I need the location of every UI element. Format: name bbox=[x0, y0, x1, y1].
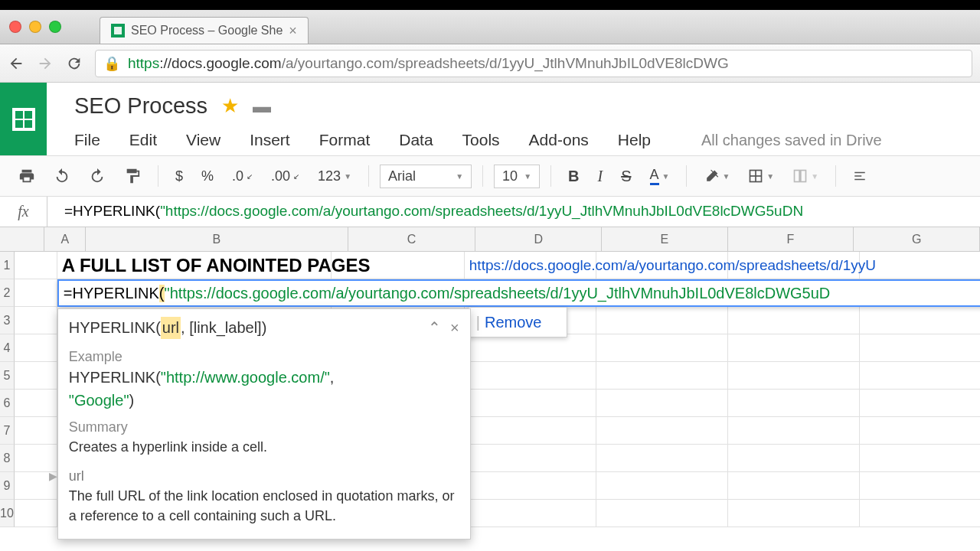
address-bar[interactable]: 🔒 https://docs.google.com/a/yourtango.co… bbox=[95, 50, 972, 77]
cell-A1[interactable] bbox=[15, 252, 57, 279]
folder-icon[interactable]: ▬ bbox=[253, 96, 271, 117]
cell-D8[interactable] bbox=[465, 445, 596, 472]
row-header-7[interactable]: 7 bbox=[0, 417, 15, 445]
cell-D5[interactable] bbox=[465, 362, 596, 390]
cell-A3[interactable] bbox=[15, 307, 57, 334]
zoom-window-button[interactable] bbox=[49, 21, 61, 33]
cell-E9[interactable] bbox=[596, 472, 728, 500]
star-icon[interactable]: ★ bbox=[221, 94, 239, 118]
cell-F8[interactable] bbox=[728, 445, 860, 472]
cell-F9[interactable] bbox=[728, 472, 860, 500]
print-button[interactable] bbox=[12, 165, 41, 187]
menu-file[interactable]: File bbox=[74, 131, 100, 149]
menu-view[interactable]: View bbox=[186, 131, 220, 149]
menu-insert[interactable]: Insert bbox=[250, 131, 290, 149]
cell-E5[interactable] bbox=[596, 362, 728, 390]
close-hint-icon[interactable]: × bbox=[450, 317, 459, 339]
cell-E10[interactable] bbox=[596, 500, 728, 527]
italic-button[interactable]: I bbox=[591, 165, 609, 188]
format-percent-button[interactable]: % bbox=[195, 165, 220, 187]
menu-data[interactable]: Data bbox=[399, 131, 433, 149]
cell-D9[interactable] bbox=[465, 472, 596, 500]
font-size-select[interactable]: 10▼ bbox=[494, 165, 540, 188]
cell-F10[interactable] bbox=[728, 500, 860, 527]
cell-B1[interactable]: A FULL LIST OF ANOINTED PAGES bbox=[57, 252, 332, 279]
cell-F4[interactable] bbox=[728, 334, 860, 362]
cell-F5[interactable] bbox=[728, 362, 860, 390]
minimize-window-button[interactable] bbox=[29, 21, 41, 33]
cell-G4[interactable] bbox=[860, 334, 980, 362]
redo-button[interactable] bbox=[83, 165, 112, 187]
row-header-1[interactable]: 1 bbox=[0, 252, 15, 279]
cell-D4[interactable] bbox=[465, 334, 596, 362]
back-button[interactable] bbox=[8, 55, 24, 72]
cell-G3[interactable] bbox=[860, 307, 980, 334]
cell-A2[interactable] bbox=[15, 279, 57, 307]
cell-G5[interactable] bbox=[860, 362, 980, 390]
cell-D7[interactable] bbox=[465, 417, 596, 445]
cell-A7[interactable] bbox=[15, 417, 57, 445]
select-all-corner[interactable] bbox=[0, 227, 44, 251]
cell-A10[interactable] bbox=[15, 500, 57, 527]
row-header-10[interactable]: 10 bbox=[0, 500, 15, 527]
cell-D1[interactable]: https://docs.google.com/a/yourtango.com/… bbox=[465, 252, 596, 279]
reload-button[interactable] bbox=[66, 55, 83, 72]
close-window-button[interactable] bbox=[9, 21, 21, 33]
menu-tools[interactable]: Tools bbox=[462, 131, 500, 149]
menu-help[interactable]: Help bbox=[618, 131, 651, 149]
format-currency-button[interactable]: $ bbox=[169, 165, 189, 187]
borders-button[interactable]: ▼ bbox=[742, 165, 780, 187]
menu-format[interactable]: Format bbox=[319, 131, 371, 149]
sheets-logo-icon[interactable] bbox=[0, 83, 47, 155]
cell-G9[interactable] bbox=[860, 472, 980, 500]
cell-A6[interactable] bbox=[15, 390, 57, 417]
collapse-hint-icon[interactable]: ⌃ bbox=[428, 317, 441, 339]
menu-edit[interactable]: Edit bbox=[129, 131, 157, 149]
cell-G1[interactable] bbox=[860, 252, 980, 279]
col-header-B[interactable]: B bbox=[86, 227, 348, 251]
increase-decimals-button[interactable]: .00↙ bbox=[265, 165, 305, 187]
expand-hint-icon[interactable]: ▶ bbox=[49, 468, 57, 484]
menu-addons[interactable]: Add-ons bbox=[529, 131, 589, 149]
tab-close-icon[interactable]: × bbox=[289, 24, 297, 37]
cell-F6[interactable] bbox=[728, 390, 860, 417]
formula-input[interactable]: =HYPERLINK("https://docs.google.com/a/yo… bbox=[47, 203, 980, 220]
cell-E8[interactable] bbox=[596, 445, 728, 472]
cell-F7[interactable] bbox=[728, 417, 860, 445]
cell-E6[interactable] bbox=[596, 390, 728, 417]
strikethrough-button[interactable]: S bbox=[615, 165, 637, 188]
col-header-E[interactable]: E bbox=[602, 227, 728, 251]
col-header-A[interactable]: A bbox=[44, 227, 86, 251]
horizontal-align-button[interactable] bbox=[847, 166, 873, 186]
row-header-3[interactable]: 3 bbox=[0, 307, 15, 334]
decrease-decimals-button[interactable]: .0↙ bbox=[226, 165, 259, 187]
col-header-F[interactable]: F bbox=[728, 227, 854, 251]
number-format-button[interactable]: 123 ▼ bbox=[312, 165, 358, 187]
col-header-G[interactable]: G bbox=[854, 227, 980, 251]
cell-E7[interactable] bbox=[596, 417, 728, 445]
row-header-2[interactable]: 2 bbox=[0, 279, 15, 307]
cell-G7[interactable] bbox=[860, 417, 980, 445]
font-family-select[interactable]: Arial▼ bbox=[380, 165, 472, 188]
paint-format-button[interactable] bbox=[118, 165, 147, 187]
cell-E3[interactable] bbox=[596, 307, 728, 334]
browser-tab-active[interactable]: SEO Process – Google She × bbox=[100, 17, 309, 44]
col-header-C[interactable]: C bbox=[348, 227, 476, 251]
row-header-9[interactable]: 9 bbox=[0, 472, 15, 500]
cell-A5[interactable] bbox=[15, 362, 57, 390]
fill-color-button[interactable]: ▼ bbox=[697, 165, 736, 187]
row-header-8[interactable]: 8 bbox=[0, 445, 15, 472]
col-header-D[interactable]: D bbox=[475, 227, 602, 251]
text-color-button[interactable]: A ▼ bbox=[644, 164, 676, 188]
cell-E4[interactable] bbox=[596, 334, 728, 362]
cell-G10[interactable] bbox=[860, 500, 980, 527]
cell-G6[interactable] bbox=[860, 390, 980, 417]
undo-button[interactable] bbox=[47, 165, 77, 187]
cell-A4[interactable] bbox=[15, 334, 57, 362]
row-header-4[interactable]: 4 bbox=[0, 334, 15, 362]
cell-editor[interactable]: =HYPERLINK("https://docs.google.com/a/yo… bbox=[57, 279, 980, 307]
remove-link-button[interactable]: Remove bbox=[485, 314, 541, 331]
doc-title[interactable]: SEO Process bbox=[74, 93, 207, 119]
cell-D6[interactable] bbox=[465, 390, 596, 417]
cell-F3[interactable] bbox=[728, 307, 860, 334]
